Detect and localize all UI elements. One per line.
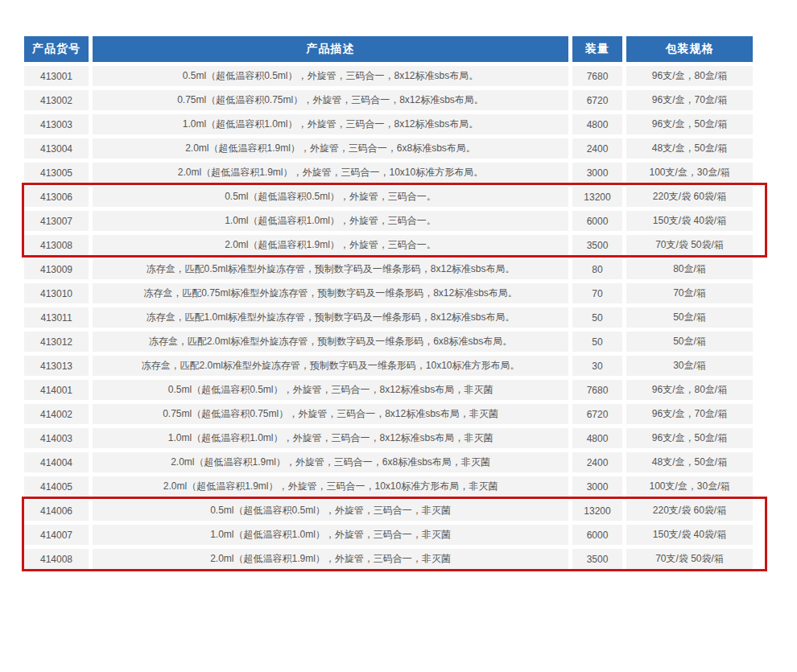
header-packaging-spec: 包装规格 [626,36,753,62]
product-description-cell: 1.0ml（超低温容积1.0ml），外旋管，三码合一。 [93,211,568,231]
product-description-cell: 1.0ml（超低温容积1.0ml），外旋管，三码合一，8x12标准sbs布局。 [93,114,568,134]
product-code-cell: 413012 [24,332,89,352]
product-description-cell: 冻存盒，匹配0.5ml标准型外旋冻存管，预制数字码及一维条形码，8x12标准sb… [93,259,568,279]
table-row: 4130071.0ml（超低温容积1.0ml），外旋管，三码合一。6000150… [24,211,753,231]
product-description-cell: 1.0ml（超低温容积1.0ml），外旋管，三码合一，非灭菌 [93,525,568,545]
product-description-cell: 冻存盒，匹配0.75ml标准型外旋冻存管，预制数字码及一维条形码，8x12标准s… [93,283,568,303]
packaging-spec-cell: 150支/袋 40袋/箱 [626,211,753,231]
product-code-cell: 413001 [24,66,89,86]
product-spec-table: 产品货号 产品描述 装量 包装规格 4130010.5ml（超低温容积0.5ml… [24,36,753,569]
product-code-cell: 413010 [24,283,89,303]
table-row: 4130010.5ml（超低温容积0.5ml），外旋管，三码合一，8x12标准s… [24,66,753,86]
product-description-cell: 0.5ml（超低温容积0.5ml），外旋管，三码合一。 [93,187,568,207]
table-row: 4130052.0ml（超低温容积1.9ml），外旋管，三码合一，10x10标准… [24,163,753,183]
packaging-spec-cell: 96支/盒，70盒/箱 [626,90,753,110]
table-row: 413013冻存盒，匹配2.0ml标准型外旋冻存管，预制数字码及一维条形码，10… [24,356,753,376]
table-row: 413010冻存盒，匹配0.75ml标准型外旋冻存管，预制数字码及一维条形码，8… [24,283,753,303]
table-row: 4140060.5ml（超低温容积0.5ml），外旋管，三码合一，非灭菌1320… [24,501,753,521]
product-code-cell: 414005 [24,476,89,497]
packaging-spec-cell: 96支/盒，50盒/箱 [626,428,753,448]
product-code-cell: 414007 [24,525,89,545]
fill-quantity-cell: 6720 [572,90,622,110]
packaging-spec-cell: 50盒/箱 [626,307,753,328]
fill-quantity-cell: 30 [572,356,622,376]
product-code-cell: 413003 [24,114,89,134]
table-header-row: 产品货号 产品描述 装量 包装规格 [24,36,753,62]
product-description-cell: 冻存盒，匹配2.0ml标准型外旋冻存管，预制数字码及一维条形码，6x8标准sbs… [93,332,568,352]
product-description-cell: 0.5ml（超低温容积0.5ml），外旋管，三码合一，非灭菌 [93,501,568,521]
product-description-cell: 0.5ml（超低温容积0.5ml），外旋管，三码合一，8x12标准sbs布局，非… [93,380,568,400]
table-row: 4130020.75ml（超低温容积0.75ml），外旋管，三码合一，8x12标… [24,90,753,110]
header-product-code: 产品货号 [24,36,89,62]
table-row: 4140052.0ml（超低温容积1.9ml），外旋管，三码合一，10x10标准… [24,476,753,497]
fill-quantity-cell: 6720 [572,404,622,424]
header-fill-quantity: 装量 [572,36,622,62]
fill-quantity-cell: 2400 [572,138,622,159]
fill-quantity-cell: 3500 [572,549,622,569]
packaging-spec-cell: 96支/盒，80盒/箱 [626,66,753,86]
fill-quantity-cell: 13200 [572,187,622,207]
fill-quantity-cell: 50 [572,332,622,352]
packaging-spec-cell: 48支/盒，50盒/箱 [626,452,753,472]
packaging-spec-cell: 50盒/箱 [626,332,753,352]
product-description-cell: 1.0ml（超低温容积1.0ml），外旋管，三码合一，8x12标准sbs布局，非… [93,428,568,448]
packaging-spec-cell: 150支/袋 40袋/箱 [626,525,753,545]
product-description-cell: 2.0ml（超低温容积1.9ml），外旋管，三码合一，6x8标准sbs布局。 [93,138,568,159]
packaging-spec-cell: 80盒/箱 [626,259,753,279]
table-row: 413012冻存盒，匹配2.0ml标准型外旋冻存管，预制数字码及一维条形码，6x… [24,332,753,352]
table-row: 4140010.5ml（超低温容积0.5ml），外旋管，三码合一，8x12标准s… [24,380,753,400]
packaging-spec-cell: 100支/盒，30盒/箱 [626,476,753,497]
product-code-cell: 414006 [24,501,89,521]
packaging-spec-cell: 96支/盒，50盒/箱 [626,114,753,134]
table-row: 4130042.0ml（超低温容积1.9ml），外旋管，三码合一，6x8标准sb… [24,138,753,159]
packaging-spec-cell: 220支/袋 60袋/箱 [626,501,753,521]
fill-quantity-cell: 6000 [572,211,622,231]
product-code-cell: 414003 [24,428,89,448]
table-row: 4140020.75ml（超低温容积0.75ml），外旋管，三码合一，8x12标… [24,404,753,424]
table-row: 4140071.0ml（超低温容积1.0ml），外旋管，三码合一，非灭菌6000… [24,525,753,545]
fill-quantity-cell: 3500 [572,235,622,255]
product-code-cell: 414002 [24,404,89,424]
product-description-cell: 2.0ml（超低温容积1.9ml），外旋管，三码合一，10x10标准方形布局。 [93,163,568,183]
table-body: 4130010.5ml（超低温容积0.5ml），外旋管，三码合一，8x12标准s… [24,66,753,569]
fill-quantity-cell: 13200 [572,501,622,521]
fill-quantity-cell: 7680 [572,66,622,86]
product-description-cell: 0.5ml（超低温容积0.5ml），外旋管，三码合一，8x12标准sbs布局。 [93,66,568,86]
packaging-spec-cell: 70支/袋 50袋/箱 [626,549,753,569]
packaging-spec-cell: 30盒/箱 [626,356,753,376]
fill-quantity-cell: 50 [572,307,622,328]
product-code-cell: 413002 [24,90,89,110]
product-code-cell: 414001 [24,380,89,400]
packaging-spec-cell: 100支/盒，30盒/箱 [626,163,753,183]
product-code-cell: 413007 [24,211,89,231]
product-code-cell: 413011 [24,307,89,328]
fill-quantity-cell: 70 [572,283,622,303]
product-description-cell: 冻存盒，匹配2.0ml标准型外旋冻存管，预制数字码及一维条形码，10x10标准方… [93,356,568,376]
table-row: 413011冻存盒，匹配1.0ml标准型外旋冻存管，预制数字码及一维条形码，8x… [24,307,753,328]
header-product-description: 产品描述 [93,36,568,62]
product-code-cell: 414008 [24,549,89,569]
table-row: 4130060.5ml（超低温容积0.5ml），外旋管，三码合一。1320022… [24,187,753,207]
product-code-cell: 413008 [24,235,89,255]
product-description-cell: 冻存盒，匹配1.0ml标准型外旋冻存管，预制数字码及一维条形码，8x12标准sb… [93,307,568,328]
table-row: 4140082.0ml（超低温容积1.9ml），外旋管，三码合一，非灭菌3500… [24,549,753,569]
fill-quantity-cell: 80 [572,259,622,279]
packaging-spec-cell: 96支/盒，70盒/箱 [626,404,753,424]
packaging-spec-cell: 70支/袋 50袋/箱 [626,235,753,255]
fill-quantity-cell: 2400 [572,452,622,472]
packaging-spec-cell: 48支/盒，50盒/箱 [626,138,753,159]
product-description-cell: 2.0ml（超低温容积1.9ml），外旋管，三码合一，非灭菌 [93,549,568,569]
fill-quantity-cell: 4800 [572,428,622,448]
fill-quantity-cell: 7680 [572,380,622,400]
fill-quantity-cell: 3000 [572,476,622,497]
table-row: 4140042.0ml（超低温容积1.9ml），外旋管，三码合一，6x8标准sb… [24,452,753,472]
product-description-cell: 2.0ml（超低温容积1.9ml），外旋管，三码合一，10x10标准方形布局，非… [93,476,568,497]
product-description-cell: 2.0ml（超低温容积1.9ml），外旋管，三码合一。 [93,235,568,255]
product-description-cell: 0.75ml（超低温容积0.75ml），外旋管，三码合一，8x12标准sbs布局… [93,404,568,424]
table-row: 413009冻存盒，匹配0.5ml标准型外旋冻存管，预制数字码及一维条形码，8x… [24,259,753,279]
table-row: 4130082.0ml（超低温容积1.9ml），外旋管，三码合一。350070支… [24,235,753,255]
product-code-cell: 413005 [24,163,89,183]
product-code-cell: 414004 [24,452,89,472]
product-description-cell: 0.75ml（超低温容积0.75ml），外旋管，三码合一，8x12标准sbs布局… [93,90,568,110]
packaging-spec-cell: 70盒/箱 [626,283,753,303]
